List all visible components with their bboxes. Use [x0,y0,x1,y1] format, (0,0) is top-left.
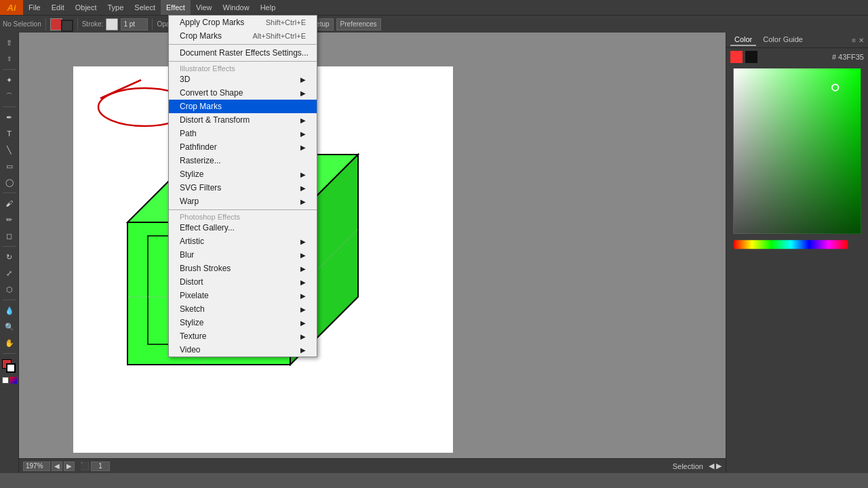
menu-help[interactable]: Help [255,0,281,15]
dd-3d-label: 3D [180,75,190,84]
tab-color-guide[interactable]: Color Guide [759,34,807,46]
stroke-color-swatch[interactable] [745,51,757,63]
tool-selection[interactable]: ⇧ [2,35,17,50]
dd-sep-2 [169,61,317,62]
menu-window[interactable]: Window [218,0,255,15]
dd-distort[interactable]: Distort ▶ [169,275,317,289]
dd-pixelate-arrow: ▶ [300,292,306,300]
tool-eyedropper[interactable]: 💧 [2,303,17,318]
fill-color-swatch[interactable] [730,51,743,63]
hex-value: 43FF35 [838,53,864,61]
dd-stylize[interactable]: Stylize ▶ [169,167,317,181]
dd-svg-filters[interactable]: SVG Filters ▶ [169,181,317,195]
menu-edit[interactable]: Edit [46,0,70,15]
main-area: ⇧ ⇧ ✦ ⌒ ✒ T ╲ ▭ ◯ 🖌 ✏ ◻ ↻ ⤢ ⬡ 💧 🔍 ✋ [0,33,868,473]
tool-stroke-box[interactable] [6,363,16,373]
dd-distort-transform[interactable]: Distort & Transform ▶ [169,113,317,127]
tool-zoom[interactable]: 🔍 [2,319,17,334]
dd-3d[interactable]: 3D ▶ [169,73,317,86]
dd-texture-arrow: ▶ [300,333,306,340]
panel-close-icon[interactable]: ✕ [859,37,864,44]
dd-artistic[interactable]: Artistic ▶ [169,235,317,248]
toolbar-sep-2 [77,18,78,30]
toolbar-sep-1 [45,18,46,30]
tool-gradient[interactable] [10,377,17,384]
tool-sep-5 [3,300,16,300]
menu-select[interactable]: Select [129,0,161,15]
dd-rasterize[interactable]: Rasterize... [169,154,317,167]
dd-effect-gallery[interactable]: Effect Gallery... [169,221,317,235]
dd-doc-raster-settings[interactable]: Document Raster Effects Settings... [169,46,317,60]
panel-menu-icon[interactable]: ≡ [852,37,856,44]
menu-effect[interactable]: Effect [161,0,191,15]
dd-path[interactable]: Path ▶ [169,127,317,140]
menu-object[interactable]: Object [70,0,102,15]
tool-eraser[interactable]: ◻ [2,228,17,243]
selection-label: No Selection [3,20,41,28]
dd-pathfinder[interactable]: Pathfinder ▶ [169,140,317,154]
zoom-input[interactable] [23,462,50,471]
tool-direct-selection[interactable]: ⇧ [2,52,17,66]
dd-crop-marks-highlighted[interactable]: Crop Marks [169,100,317,113]
tool-scale[interactable]: ⤢ [2,266,17,281]
tool-none-fill[interactable] [2,377,9,384]
svg-rect-11 [734,68,861,234]
tool-type[interactable]: T [2,126,17,141]
dd-brush-strokes-arrow: ▶ [300,265,306,272]
dd-crop-marks-top[interactable]: Crop Marks Alt+Shift+Ctrl+E [169,29,317,43]
menu-file[interactable]: File [23,0,46,15]
tool-blend[interactable]: ⬡ [2,282,17,297]
dd-video-arrow: ▶ [300,346,306,354]
stroke-label: Stroke: [82,20,104,28]
dd-apply-crop-marks[interactable]: Apply Crop Marks Shift+Ctrl+E [169,16,317,29]
dd-texture[interactable]: Texture ▶ [169,329,317,343]
canvas-area[interactable]: ◀ ▶ ⬛ Selection ◀ ▶ [19,33,726,473]
tool-ellipse[interactable]: ◯ [2,175,17,190]
zoom-prev-btn[interactable]: ◀ [52,462,62,471]
tool-hand[interactable]: ✋ [2,336,17,350]
color-hex: # 43FF35 [832,53,864,61]
dd-convert-to-shape[interactable]: Convert to Shape ▶ [169,86,317,100]
dd-warp[interactable]: Warp ▶ [169,195,317,208]
dd-photoshop-effects-label: Photoshop Effects [180,213,240,221]
color-swatches: # 43FF35 [726,48,868,66]
menu-type[interactable]: Type [102,0,130,15]
color-gradient[interactable] [729,68,865,470]
zoom-next-btn[interactable]: ▶ [64,462,75,471]
dd-stylize-label: Stylize [180,169,203,179]
tool-rotate[interactable]: ↻ [2,249,17,264]
page-input[interactable] [91,462,110,471]
tab-color[interactable]: Color [730,34,756,46]
tool-line[interactable]: ╲ [2,142,17,157]
stroke-swatch[interactable] [61,20,73,32]
toolbar: No Selection Stroke: Opacity: Style: Doc… [0,15,868,33]
dd-convert-shape-arrow: ▶ [300,89,306,97]
tool-lasso[interactable]: ⌒ [2,89,17,104]
dd-sketch-label: Sketch [180,304,205,314]
dd-video[interactable]: Video ▶ [169,343,317,357]
stroke-width-input[interactable] [121,18,148,30]
stroke-color-preview [106,18,118,30]
dd-distort-arrow: ▶ [300,117,306,124]
tool-paintbrush[interactable]: 🖌 [2,196,17,211]
right-panel: Color Color Guide ≡ ✕ # 43FF35 [726,33,868,473]
color-panel-header: Color Color Guide ≡ ✕ [726,33,868,48]
dd-convert-to-shape-label: Convert to Shape [180,88,243,98]
dd-sketch[interactable]: Sketch ▶ [169,302,317,316]
dd-stylize2[interactable]: Stylize ▶ [169,316,317,329]
tool-pencil[interactable]: ✏ [2,212,17,227]
dd-pixelate[interactable]: Pixelate ▶ [169,289,317,302]
preferences-button[interactable]: Preferences [336,18,381,30]
menu-view[interactable]: View [191,0,218,15]
tool-sep-4 [3,246,16,247]
dd-blur[interactable]: Blur ▶ [169,248,317,262]
dd-sep-1 [169,44,317,45]
status-bar: ◀ ▶ ⬛ Selection ◀ ▶ [19,458,726,473]
tool-rect[interactable]: ▭ [2,159,17,174]
dd-brush-strokes[interactable]: Brush Strokes ▶ [169,262,317,275]
tool-pen[interactable]: ✒ [2,110,17,125]
page-control: ⬛ [80,462,110,471]
dd-texture-label: Texture [180,331,206,341]
tool-magic-wand[interactable]: ✦ [2,73,17,87]
panel-icons: ≡ ✕ [852,37,864,44]
